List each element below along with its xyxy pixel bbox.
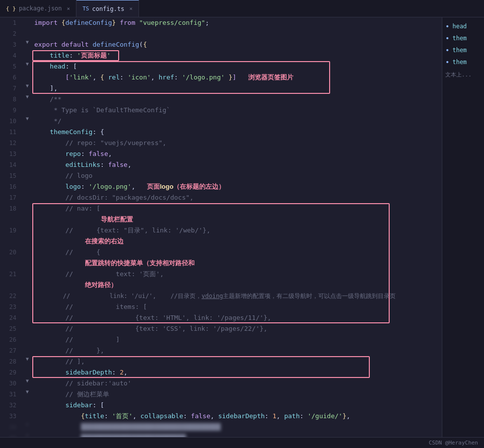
line-18: 18 // nav: [ 导航栏配置 [0,203,442,225]
tab-package-json[interactable]: { } package.json × [0,0,76,17]
right-panel-text-them3: them [452,59,467,66]
line-11: 11 themeConfig: { [0,127,442,138]
line-33: 33 {title: '首页', collapsable: false, sid… [0,411,442,422]
right-panel-text-head: head [452,23,467,30]
line-43: 43 + ███████████████████████████ [0,433,442,437]
right-panel-item-them3: • them [445,57,481,67]
fold-icon-7[interactable]: ▼ [26,83,29,88]
code-container: 1 import {defineConfig} from "vuepress/c… [0,17,442,437]
tab-close-config[interactable]: × [129,5,133,12]
line-32: 32 sidebar: [ [0,400,442,411]
status-credit: CSDN @HerayChen [429,440,478,446]
line-22: 22 // link: '/ui/', //目录页，vdoing主题新增的配置项… [0,291,442,301]
line-19: 19 // {text: "目录", link: '/web/'}, 在搜索的右… [0,225,442,247]
line-5: 5 ▼ head: [ [0,61,442,72]
tab-label-config: config.ts [92,5,124,12]
line-34: 34 + ███████████████████████████████████… [0,422,442,433]
right-panel-item-head: • head [445,21,481,31]
line-1: 1 import {defineConfig} from "vuepress/c… [0,17,442,28]
right-panel-item-them2: • them [445,45,481,55]
line-23: 23 // items: [ [0,301,442,312]
bullet-them1: • [445,34,449,42]
status-bar: CSDN @HerayChen [0,437,484,448]
line-8: 8 ▼ /** [0,94,442,105]
line-14: 14 editLinks: false, [0,159,442,170]
right-panel-note: 文本上... [445,71,481,78]
line-16: 16 logo: '/logo.png', 页面logo（在标题的左边） [0,181,442,192]
right-panel: • head • them • them • them 文本上... [442,17,484,437]
line-4: 4 title: '页面标题' [0,50,442,61]
right-panel-text-them2: them [452,47,467,54]
line-31: 31 ▼ // 侧边栏菜单 [0,389,442,400]
tab-bar: { } package.json × TS config.ts × [0,0,484,17]
right-panel-text-them1: them [452,35,467,42]
line-12: 12 // repo: "vuejs/vuepress", [0,138,442,149]
fold-icon-28[interactable]: ▼ [26,356,29,362]
editor-wrapper: 1 import {defineConfig} from "vuepress/c… [0,17,442,437]
bullet-them2: • [445,46,449,54]
tab-label-package: package.json [19,5,62,12]
ts-icon: TS [82,5,89,12]
line-10: 10 ▼ */ [0,116,442,127]
line-20: 20 // { 配置跳转的快捷菜单（支持相对路径和 [0,247,442,269]
line-26: 26 // ] [0,334,442,345]
fold-icon-5[interactable]: ▼ [26,61,29,67]
fold-icon-30[interactable]: ▼ [26,378,29,383]
line-25: 25 // {text: 'CSS', link: '/pages/22/'}, [0,323,442,334]
bullet-them3: • [445,58,449,66]
line-17: 17 // docsDir: "packages/docs/docs", [0,192,442,203]
editor[interactable]: 1 import {defineConfig} from "vuepress/c… [0,17,442,437]
line-7: 7 ▼ ], [0,83,442,94]
line-13: 13 repo: false, [0,149,442,159]
line-28: 28 ▼ // ], [0,356,442,367]
bullet-head: • [445,22,449,30]
line-9: 9 * Type is `DefaultThemeConfig` [0,105,442,116]
tab-close-package[interactable]: × [67,5,70,12]
fold-icon-8[interactable]: ▼ [26,94,29,99]
line-3: 3 ▼ export default defineConfig({ [0,39,442,50]
fold-icon-31[interactable]: ▼ [26,389,29,394]
line-21: 21 // text: '页面', 绝对路径） [0,269,442,291]
line-6: 6 ['link', { rel: 'icon', href: '/logo.p… [0,72,442,83]
line-24: 24 // {text: 'HTML', link: '/pages/11/'}… [0,312,442,323]
fold-icon-3[interactable]: ▼ [26,39,29,45]
line-29: 29 sidebarDepth: 2, [0,367,442,378]
json-icon: { } [6,5,16,12]
tab-config-ts[interactable]: TS config.ts × [76,0,139,17]
fold-icon-10[interactable]: ▼ [26,116,29,121]
line-30: 30 ▼ // sidebar:'auto' [0,378,442,389]
main-area: 1 import {defineConfig} from "vuepress/c… [0,17,484,437]
line-2: 2 [0,28,442,39]
line-15: 15 // logo [0,170,442,181]
right-panel-item-them1: • them [445,33,481,43]
line-27: 27 // }, [0,345,442,356]
